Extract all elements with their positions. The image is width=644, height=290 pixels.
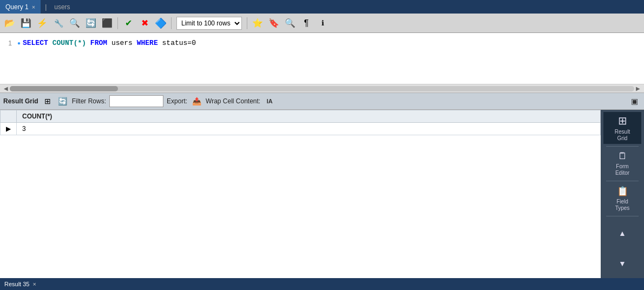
wrap-cell-label: Wrap Cell Content: [206, 97, 260, 105]
wrap-content-button[interactable]: IA [264, 95, 275, 107]
sql-line-1: 1 ● SELECT COUNT(*) FROM users WHERE sta… [0, 37, 644, 49]
result-table: COUNT(*) ▶ 3 [0, 110, 601, 135]
status-bar: Result 35 × [0, 278, 644, 290]
table-header-row: COUNT(*) [1, 110, 601, 123]
sql-editor-content: 1 ● SELECT COUNT(*) FROM users WHERE sta… [0, 33, 644, 84]
form-editor-icon: 🗒 [618, 151, 627, 162]
sidebar-scroll-up-button[interactable]: ▲ [603, 219, 641, 248]
query-tab-label: Query 1 [5, 3, 29, 11]
scroll-right-arrow[interactable]: ▶ [634, 85, 642, 91]
rollback-button[interactable]: ✖ [137, 16, 152, 31]
query-tab[interactable]: Query 1 × [0, 0, 41, 14]
result-grid-label: Result Grid [3, 97, 38, 105]
format-button[interactable]: ¶ [299, 16, 314, 31]
result-area: COUNT(*) ▶ 3 ⊞ [0, 110, 644, 278]
limit-rows-select[interactable]: Limit to 100 rows Don't Limit Limit to 1… [176, 17, 242, 30]
result-grid-sidebar-label: ResultGrid [615, 129, 630, 142]
tab-separator: | [41, 3, 51, 11]
star-button[interactable]: ⭐ [250, 16, 265, 31]
sql-table: users [111, 39, 137, 47]
panel-toggle-button[interactable]: ▣ [628, 95, 641, 108]
toolbar-sep-1 [117, 17, 118, 29]
table-row: ▶ 3 [1, 123, 601, 135]
open-folder-button[interactable]: 📂 [2, 16, 17, 31]
sidebar-scroll-down-button[interactable]: ▼ [603, 249, 641, 278]
info-button[interactable]: ℹ [315, 16, 330, 31]
sidebar-field-types-button[interactable]: 📋 FieldTypes [603, 183, 641, 214]
filter-rows-input[interactable] [109, 95, 163, 107]
result-table-container: COUNT(*) ▶ 3 [0, 110, 601, 278]
field-types-icon: 📋 [617, 186, 628, 197]
scroll-up-icon: ▲ [619, 229, 626, 238]
field-types-sidebar-label: FieldTypes [615, 199, 630, 212]
export-button[interactable]: 📤 [190, 95, 202, 107]
main-toolbar: 📂 💾 ⚡ 🔧 🔍 🔄 ⬛ ✔ ✖ 🔷 Limit to 100 rows Do… [0, 14, 644, 33]
export-label: Export: [167, 97, 187, 105]
kw-where: WHERE [137, 39, 158, 47]
sidebar-form-editor-button[interactable]: 🗒 FormEditor [603, 149, 641, 179]
result-toolbar: Result Grid ⊞ 🔄 Filter Rows: Export: 📤 W… [0, 93, 644, 110]
table-header-count: COUNT(*) [17, 110, 601, 123]
column-chooser-button[interactable]: ⊞ [42, 95, 54, 107]
execute-all-button[interactable]: 🔧 [51, 16, 66, 31]
form-editor-sidebar-label: FormEditor [615, 163, 629, 176]
commit-button[interactable]: ✔ [121, 16, 136, 31]
status-text: Result 35 [4, 281, 29, 287]
result-grid-icon: ⊞ [618, 114, 627, 127]
reconnect-button[interactable]: 🔄 [83, 16, 98, 31]
sidebar-result-grid-button[interactable]: ⊞ ResultGrid [603, 112, 641, 144]
scroll-down-icon: ▼ [619, 259, 626, 268]
kw-count: COUNT(*) [52, 39, 86, 47]
tab-bar: Query 1 × | users [0, 0, 644, 14]
result-panel: Result Grid ⊞ 🔄 Filter Rows: Export: 📤 W… [0, 93, 644, 278]
sql-editor[interactable]: 1 ● SELECT COUNT(*) FROM users WHERE sta… [0, 33, 644, 84]
limit-rows-select-group: Limit to 100 rows Don't Limit Limit to 1… [176, 17, 242, 30]
scroll-thumb[interactable] [10, 86, 118, 91]
sql-editor-area: 1 ● SELECT COUNT(*) FROM users WHERE sta… [0, 33, 644, 93]
right-sidebar: ⊞ ResultGrid 🗒 FormEditor 📋 FieldTypes [601, 110, 644, 278]
refresh-button[interactable]: 🔄 [57, 95, 69, 107]
search2-button[interactable]: 🔍 [282, 16, 298, 31]
row-indicator: ▶ [1, 123, 17, 135]
table-cell-count-value: 3 [17, 123, 601, 135]
result-toolbar-end: ▣ [628, 95, 641, 108]
bookmark-button[interactable]: 🔖 [266, 16, 281, 31]
toolbar-sep-2 [171, 17, 172, 29]
scroll-track[interactable] [10, 86, 634, 91]
kw-from: FROM [90, 39, 107, 47]
filter-rows-label: Filter Rows: [72, 97, 106, 105]
users-tab-label: users [51, 3, 73, 11]
scroll-left-arrow[interactable]: ◀ [2, 85, 10, 91]
stop-red-button[interactable]: ⬛ [100, 16, 115, 31]
save-button[interactable]: 💾 [18, 16, 34, 31]
status-close[interactable]: × [32, 281, 36, 287]
editor-hscroll[interactable]: ◀ ▶ [0, 84, 644, 93]
execute-current-button[interactable]: 🔷 [153, 16, 168, 31]
query-tab-close[interactable]: × [32, 4, 35, 10]
table-row-indicator-header [1, 110, 17, 123]
center-column: 1 ● SELECT COUNT(*) FROM users WHERE sta… [0, 33, 644, 278]
toolbar-sep-3 [247, 17, 247, 29]
sql-condition: status=0 [162, 39, 196, 47]
sidebar-divider-1 [606, 146, 639, 147]
sql-code-1: SELECT COUNT(*) FROM users WHERE status=… [23, 37, 196, 49]
kw-select: SELECT [23, 39, 48, 47]
execute-lightning-button[interactable]: ⚡ [35, 16, 50, 31]
line-dot-1: ● [15, 37, 23, 49]
line-number-1: 1 [0, 37, 15, 49]
find-button[interactable]: 🔍 [67, 16, 82, 31]
sidebar-divider-2 [606, 181, 639, 181]
body-content: 1 ● SELECT COUNT(*) FROM users WHERE sta… [0, 33, 644, 278]
sidebar-divider-3 [606, 216, 639, 216]
